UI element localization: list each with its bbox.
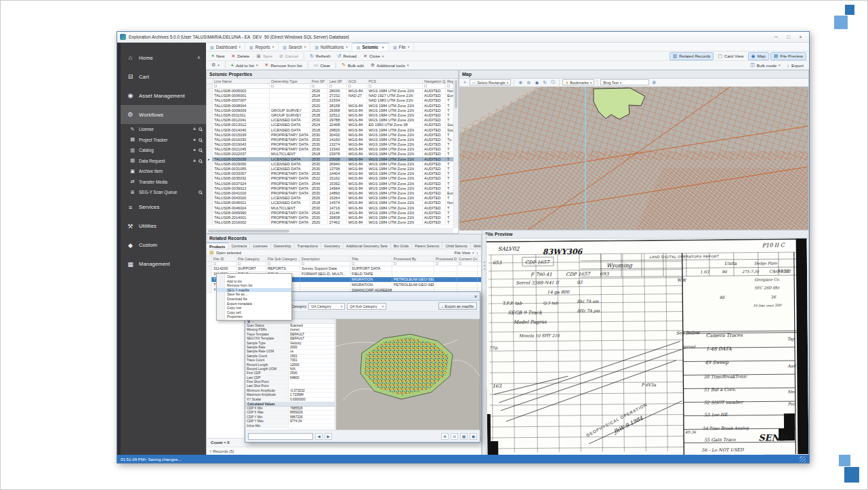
filter-cell[interactable]	[457, 262, 478, 266]
export-button[interactable]: ↓Export	[785, 62, 806, 68]
tab-child-seismic[interactable]: Child Seismic	[442, 243, 471, 249]
table-row[interactable]: TALUS08-0031055LICENSED DATA253013796WGS…	[207, 167, 453, 171]
table-row[interactable]: TALUS08-0043020LICENSED DATA252615264WGS…	[207, 196, 453, 201]
table-row[interactable]: TALUS08-0021045PROPRIETARY DATA253013340…	[207, 147, 453, 152]
filter-cell[interactable]	[434, 262, 457, 266]
table-row[interactable]: TALUS08-0015039PROPRIETARY DATA253030430…	[207, 133, 453, 138]
bulk-mode-button[interactable]: ◫Bulk mode▾	[747, 62, 783, 68]
close-tab-icon[interactable]: ×	[381, 45, 384, 49]
tab-parent-seismic[interactable]: Parent Seismic	[412, 243, 442, 249]
column-header-content-creat[interactable]: Content Creat...	[457, 256, 478, 261]
table-row[interactable]: TALUS08-2016002PROPRIETARY DATA252027462…	[207, 220, 453, 225]
basemap-dropdown[interactable]: Bing Test▾	[600, 79, 649, 85]
column-header-file-id[interactable]: File ID	[212, 256, 236, 261]
clear-button[interactable]: ▭Clear	[311, 62, 333, 68]
filter-cell[interactable]	[266, 262, 300, 266]
vertical-scrollbar[interactable]	[453, 79, 458, 228]
bookmarks-dropdown[interactable]: ★Bookmarks▾	[562, 79, 594, 85]
scanned-document[interactable]: SALV02 83WY306 P10 II C 653 CDP 1657 LAN…	[486, 239, 809, 457]
filter-cell[interactable]	[392, 262, 434, 266]
file-preview-toggle[interactable]: ▤File Preview	[770, 52, 806, 60]
sidebar-item-management[interactable]: ▦Management	[117, 255, 206, 274]
search-icon[interactable]	[199, 148, 202, 152]
table-row[interactable]: TALUS08-0069990PROPRIETARY DATA252621144…	[207, 211, 453, 216]
column-header-title[interactable]: Title	[350, 256, 392, 261]
maximize-button[interactable]: □	[783, 33, 794, 41]
tab-reports[interactable]: ▥Reports▾	[245, 43, 278, 51]
file-view-dropdown[interactable]: File View	[455, 251, 470, 255]
reload-button[interactable]: ↺Reload	[335, 53, 359, 60]
sidebar-item-custom[interactable]: ◆Custom	[117, 236, 206, 255]
table-row[interactable]: TALUS08-0039013PROPRIETARY DATA253014994…	[207, 186, 453, 191]
tab-search[interactable]: ▥Search▾	[278, 43, 310, 51]
table-row[interactable]: TALUS08-0037024PROPRIETARY DATA254415392…	[207, 182, 453, 186]
column-header-region[interactable]: Region	[446, 79, 453, 83]
zoom-out-icon[interactable]: ⊖	[451, 433, 458, 440]
grid-settings-button[interactable]: ⚙▾	[209, 62, 222, 68]
tab-seismic[interactable]: ▥Seismic×	[352, 43, 389, 51]
category-dropdown[interactable]: GA Category▾	[308, 303, 345, 310]
property-row[interactable]: Inline Min	[245, 424, 335, 428]
menu-item-export-metadata[interactable]: Export metadata	[217, 302, 291, 306]
column-header-first-sp[interactable]: First SP	[310, 79, 328, 83]
scroll-thumb[interactable]	[208, 230, 289, 232]
menu-item-copy-cell[interactable]: Copy cell	[217, 310, 291, 315]
menu-item-copy-row[interactable]: Copy row	[217, 306, 291, 310]
filter-cell[interactable]	[300, 262, 350, 266]
add-to-list-button[interactable]: +Add to list▾	[228, 62, 261, 68]
filter-cell[interactable]	[212, 262, 236, 266]
table-row[interactable]: TALUS08-0029050LICENSED DATA253026940WGS…	[207, 162, 453, 167]
filter-cell[interactable]	[213, 84, 270, 88]
table-row[interactable]: TALUS08-0022037MULTICLIENT251823978WGS-8…	[207, 152, 453, 157]
horizontal-scrollbar[interactable]	[207, 228, 453, 233]
sidebar-item-workflows[interactable]: ⚙Workflows	[117, 105, 206, 124]
column-header-processed-da[interactable]: Processed Da...	[434, 256, 457, 261]
save-icon[interactable]: ▣	[470, 433, 477, 440]
table-row[interactable]: TALUS08-0041016PROPRIETARY DATA253014890…	[207, 191, 453, 196]
add-icon[interactable]: +	[193, 127, 196, 131]
step-forward-icon[interactable]: ▶	[325, 433, 332, 440]
filter-cell[interactable]	[347, 84, 367, 88]
menu-item-download-file[interactable]: Download file	[217, 297, 291, 302]
export-icon[interactable]: ↓	[476, 250, 479, 255]
card-view-toggle[interactable]: ▢Card View	[715, 53, 746, 60]
trace-value-input[interactable]	[248, 433, 313, 440]
close-button[interactable]: ×	[795, 33, 806, 41]
close-view-button[interactable]: ✕Close▾	[360, 53, 386, 60]
sidebar-item-catalog[interactable]: ▥Catalog+	[117, 145, 206, 156]
tab-transactions[interactable]: Transactions	[295, 243, 322, 249]
additional-tools-button[interactable]: ⊕Additional tools▾	[368, 62, 411, 68]
table-row[interactable]: TALUS08-2014001PROPRIETARY DATA253026838…	[207, 216, 453, 220]
tab-licenses[interactable]: Licenses	[250, 243, 270, 249]
add-icon[interactable]: +	[193, 159, 196, 163]
tab-notifications[interactable]: ▥Notifications▾	[310, 43, 352, 51]
table-row[interactable]: TALUS08-0007007253021534NAD 1983 UTM Zon…	[207, 98, 453, 103]
table-row[interactable]: TALUS08-0012041LICENSED DATA253029788WGS…	[207, 118, 453, 123]
panel-splitter[interactable]	[482, 234, 487, 456]
table-row[interactable]: TALUS08-0013012LICENSED DATA252422468WGS…	[207, 123, 453, 127]
pan-icon[interactable]: +	[461, 79, 468, 85]
column-header-description[interactable]: Description	[300, 256, 350, 261]
filter-cell[interactable]	[350, 262, 392, 266]
sidebar-item-asset-management[interactable]: ◉Asset Management	[117, 86, 206, 105]
tab-wells[interactable]: Wells	[471, 243, 481, 249]
filter-cell[interactable]	[367, 84, 423, 88]
column-header-line-name[interactable]: Line Name	[213, 79, 270, 83]
sidebar-item-archive-item[interactable]: ▣Archive Item	[117, 166, 206, 177]
sidebar-item-cart[interactable]: ⊟Cart	[117, 67, 206, 86]
tab-file[interactable]: ▥File▾	[389, 43, 414, 51]
delete-button[interactable]: ✕Delete	[228, 53, 252, 60]
step-back-icon[interactable]: ◀	[315, 433, 323, 440]
sidebar-item-home[interactable]: ⌂Home∧	[117, 48, 206, 67]
export-as-mapfile-button[interactable]: ↓Export as mapfile	[438, 302, 478, 310]
menu-item-remove-from-list[interactable]: Remove from list	[217, 283, 291, 288]
sidebar-item-utilities[interactable]: ⚒Utilities	[117, 217, 206, 236]
table-row[interactable]: TALUS08-0011011GROUP SURVEY252822512WGS-…	[207, 113, 453, 118]
table-row[interactable]: TALUS08-0046024MULTICLIENT253014716WGS-8…	[207, 206, 453, 211]
tab-bin-grids[interactable]: Bin Grids	[391, 243, 412, 249]
filter-cell[interactable]	[270, 84, 310, 88]
table-row[interactable]: TALUS08-0035032PROPRIETARY DATA252215162…	[207, 176, 453, 181]
resize-grip[interactable]	[800, 456, 806, 462]
save-button[interactable]: ▣Save	[253, 53, 275, 60]
tab-additional-geometry-sets[interactable]: Additional Geometry Sets	[344, 243, 391, 249]
